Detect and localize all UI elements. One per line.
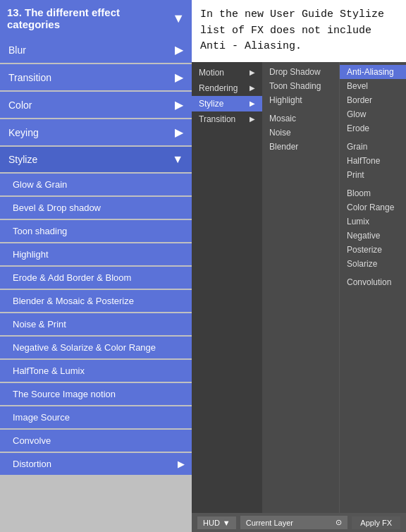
left-panel: 13. The different effect categories ▼ Bl… [0, 0, 192, 532]
sub-border[interactable]: Border [340, 93, 406, 107]
sub-erode[interactable]: Erode & Add Border & Bloom [0, 267, 192, 289]
sub-glow-grain[interactable]: Glow & Grain [0, 174, 192, 195]
sub-negative[interactable]: Negative [340, 229, 406, 243]
nav-stylize-label: Stylize [8, 154, 37, 165]
sub-bevel[interactable]: Bevel [340, 79, 406, 93]
nav-transition-label: Transition [8, 72, 51, 83]
hud-label: HUD [203, 519, 220, 527]
nav-keying-label: Keying [8, 127, 39, 138]
sub-noise-label: Noise & Print [13, 319, 66, 330]
sub-erode-label: Erode & Add Border & Bloom [13, 272, 131, 283]
sub-toon-shading-label: Toon shading [13, 226, 67, 236]
nav-color-label: Color [8, 99, 32, 111]
sub-halftone[interactable]: HalfTone & Lumix [0, 360, 192, 382]
nav-transition-arrow: ▶ [175, 71, 183, 84]
nav-transition[interactable]: Transition ▶ [0, 64, 192, 90]
sub-distortion-arrow: ▶ [178, 459, 185, 469]
sub-print[interactable]: Print [340, 168, 406, 182]
sub-glow-grain-label: Glow & Grain [13, 179, 67, 190]
sub-blender[interactable]: Blender & Mosaic & Posterize [0, 290, 192, 312]
sub-solarize[interactable]: Solarize [340, 257, 406, 271]
nav-color-arrow: ▶ [175, 98, 183, 111]
hud-button[interactable]: HUD ▼ [197, 516, 236, 529]
right-submenu-col: Anti-Aliasing Bevel Border Glow Erode [340, 62, 406, 514]
mid-mosaic[interactable]: Mosaic [262, 111, 339, 126]
menu-rendering[interactable]: Rendering ▶ [192, 80, 262, 96]
nav-stylize-arrow: ▼ [172, 153, 183, 166]
sub-color-range[interactable]: Color Range [340, 200, 406, 214]
note-text: In the new User Guide Stylize list of FX… [192, 0, 406, 62]
nav-keying[interactable]: Keying ▶ [0, 119, 192, 145]
sub-bevel-drop-label: Bevel & Drop shadow [13, 202, 101, 213]
main-menu-col: Motion ▶ Rendering ▶ Stylize ▶ Transitio… [192, 62, 262, 514]
sub-image-source[interactable]: Image Source [0, 406, 192, 428]
sub-source-image[interactable]: The Source Image notion [0, 383, 192, 405]
mid-blender[interactable]: Blender [262, 140, 339, 154]
menu-transition-label: Transition [199, 114, 235, 124]
sub-glow[interactable]: Glow [340, 107, 406, 121]
sub-toon-shading[interactable]: Toon shading [0, 220, 192, 242]
mid-highlight[interactable]: Highlight [262, 93, 339, 107]
nav-blur[interactable]: Blur ▶ [0, 37, 192, 63]
apply-fx-label: Apply FX [360, 519, 392, 527]
sub-bloom[interactable]: Bloom [340, 186, 406, 200]
sub-convolve[interactable]: Convolve [0, 430, 192, 452]
sub-source-image-label: The Source Image notion [13, 389, 116, 399]
sub-convolution[interactable]: Convolution [340, 275, 406, 289]
right-panel: In the new User Guide Stylize list of FX… [192, 0, 406, 532]
sub-highlight-label: Highlight [13, 249, 49, 260]
hud-arrow: ▼ [223, 519, 230, 527]
menu-stylize-label: Stylize [199, 99, 223, 109]
sub-bevel-drop[interactable]: Bevel & Drop shadow [0, 197, 192, 219]
nav-keying-arrow: ▶ [175, 126, 183, 139]
mid-toon-shading[interactable]: Toon Shading [262, 79, 339, 93]
sub-negative[interactable]: Negative & Solarize & Color Range [0, 337, 192, 358]
menu-motion-arrow: ▶ [250, 68, 255, 76]
current-layer-label: Current Layer [246, 519, 293, 527]
current-layer-icon: ⊙ [336, 518, 342, 527]
menu-rendering-label: Rendering [199, 83, 238, 93]
nav-blur-arrow: ▶ [175, 43, 183, 56]
sub-lumix[interactable]: Lumix [340, 214, 406, 229]
sub-anti-aliasing[interactable]: Anti-Aliasing [340, 65, 406, 79]
menu-stylize[interactable]: Stylize ▶ [192, 96, 262, 111]
sub-distortion[interactable]: Distortion ▶ [0, 453, 192, 475]
current-layer-select[interactable]: Current Layer ⊙ [240, 516, 348, 529]
sub-blender-label: Blender & Mosaic & Posterize [13, 296, 134, 306]
menu-motion[interactable]: Motion ▶ [192, 65, 262, 80]
menu-transition[interactable]: Transition ▶ [192, 111, 262, 127]
sub-highlight[interactable]: Highlight [0, 243, 192, 265]
nav-stylize[interactable]: Stylize ▼ [0, 147, 192, 172]
mid-noise[interactable]: Noise [262, 126, 339, 140]
menu-stylize-arrow: ▶ [250, 99, 255, 107]
sub-posterize[interactable]: Posterize [340, 243, 406, 257]
mid-drop-shadow[interactable]: Drop Shadow [262, 65, 339, 79]
nav-color[interactable]: Color ▶ [0, 92, 192, 118]
section-header[interactable]: 13. The different effect categories ▼ [0, 0, 192, 37]
sub-negative-label: Negative & Solarize & Color Range [13, 342, 156, 353]
section-title: 13. The different effect categories [7, 6, 172, 30]
apply-fx-button[interactable]: Apply FX [352, 516, 400, 529]
sub-image-source-label: Image Source [13, 412, 70, 423]
mid-submenu-col: Drop Shadow Toon Shading Highlight Mosai… [262, 62, 340, 514]
menu-rendering-arrow: ▶ [250, 84, 255, 92]
sub-halftone[interactable]: HalfTone [340, 154, 406, 168]
sub-distortion-label: Distortion [13, 459, 51, 469]
sub-halftone-label: HalfTone & Lumix [13, 365, 85, 376]
sub-grain[interactable]: Grain [340, 140, 406, 154]
section-arrow: ▼ [172, 11, 185, 26]
sub-erode[interactable]: Erode [340, 121, 406, 135]
bottom-bar: HUD ▼ Current Layer ⊙ Apply FX [192, 513, 406, 532]
sub-convolve-label: Convolve [13, 435, 51, 446]
nav-blur-label: Blur [8, 44, 26, 56]
screenshot-area: Motion ▶ Rendering ▶ Stylize ▶ Transitio… [192, 62, 406, 533]
menu-transition-arrow: ▶ [250, 115, 255, 123]
sub-noise[interactable]: Noise & Print [0, 313, 192, 335]
menu-motion-label: Motion [199, 68, 224, 78]
